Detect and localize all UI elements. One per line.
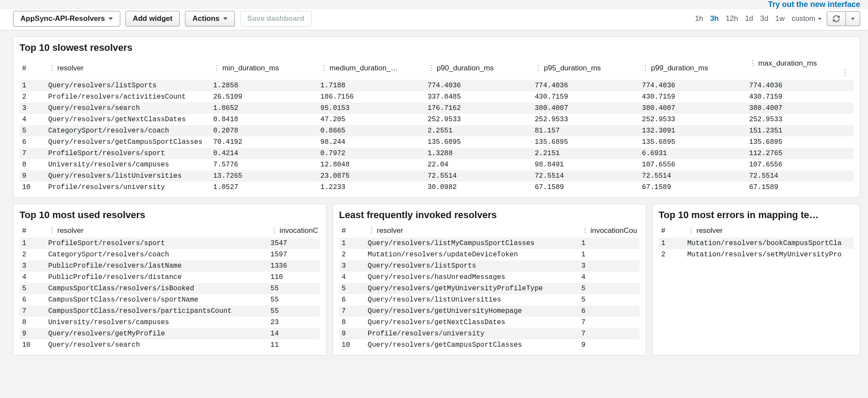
column-header[interactable]: ⋮p90_duration_ms: [425, 57, 532, 80]
table-row[interactable]: 3Query/resolvers/listSports3: [339, 260, 640, 272]
column-header[interactable]: ⋮min_duration_ms: [211, 57, 318, 80]
table-row[interactable]: 5CategorySport/resolvers/coach0.20780.86…: [20, 125, 854, 136]
table-row[interactable]: 9Query/resolvers/listUniversities13.7265…: [20, 170, 854, 182]
table-row[interactable]: 10Query/resolvers/search11: [20, 339, 320, 351]
column-header[interactable]: ⋮resolver: [365, 224, 579, 238]
table-row[interactable]: 3Query/resolvers/search1.865295.0153176.…: [20, 103, 854, 114]
table-row[interactable]: 2CategorySport/resolvers/coach1597: [20, 249, 320, 260]
table-row[interactable]: 6Query/resolvers/getCampusSportClasses70…: [20, 136, 854, 148]
refresh-button[interactable]: [827, 11, 846, 26]
table-row[interactable]: 1Query/resolvers/listSports1.28581.71887…: [20, 80, 854, 91]
table-cell: 7: [20, 305, 46, 317]
table-row[interactable]: 1Mutation/resolvers/bookCampusSportCla: [659, 238, 854, 249]
column-header[interactable]: ⋮invocationC: [268, 224, 320, 238]
column-header[interactable]: #: [659, 224, 685, 238]
time-range-3d[interactable]: 3d: [760, 14, 769, 23]
table-row[interactable]: 3PublicProfile/resolvers/lastName1336: [20, 260, 320, 272]
table-cell: 7.5776: [211, 159, 318, 170]
dashboard-selector[interactable]: AppSync-API-Resolvers: [13, 11, 120, 27]
table-cell: Query/resolvers/listUniversities: [46, 170, 211, 182]
table-cell: Query/resolvers/getNextClassDates: [46, 114, 211, 125]
table-row[interactable]: 1Query/resolvers/listMyCampusSportClasse…: [339, 238, 640, 249]
table-row[interactable]: 6Query/resolvers/listUniversities5: [339, 294, 640, 305]
column-grip-icon: ⋮: [320, 63, 328, 73]
table-cell: 10: [339, 339, 365, 351]
table-row[interactable]: 1ProfileSport/resolvers/sport3547: [20, 238, 320, 249]
table-row[interactable]: 4PublicProfile/resolvers/distance110: [20, 272, 320, 283]
table-row[interactable]: 9Profile/resolvers/university7: [339, 328, 640, 339]
table-row[interactable]: 6CampusSportClass/resolvers/sportName55: [20, 294, 320, 305]
table-cell: 12.8048: [318, 159, 425, 170]
time-range-custom[interactable]: custom: [792, 14, 822, 23]
try-new-interface-link[interactable]: Try out the new interface: [0, 0, 868, 9]
column-header[interactable]: ⋮p95_duration_ms: [532, 57, 639, 80]
table-row[interactable]: 2Mutation/resolvers/setMyUniversityPro: [659, 249, 854, 260]
table-cell: 7: [579, 317, 640, 328]
table-cell: 9: [579, 339, 640, 351]
table-row[interactable]: 8Query/resolvers/getNextClassDates7: [339, 317, 640, 328]
column-header[interactable]: ⋮max_duration_ms⋮: [746, 57, 854, 80]
table-cell: 55: [268, 283, 320, 294]
column-label: resolver: [696, 226, 723, 235]
table-row[interactable]: 7ProfileSport/resolvers/sport0.42140.797…: [20, 148, 854, 159]
column-grip-icon: ⋮: [48, 63, 56, 73]
table-row[interactable]: 5CampusSportClass/resolvers/isBooked55: [20, 283, 320, 294]
table-row[interactable]: 5Query/resolvers/getMyUniversityProfileT…: [339, 283, 640, 294]
time-range-3h[interactable]: 3h: [710, 14, 719, 23]
table-cell: 2.2151: [532, 148, 639, 159]
table-cell: University/resolvers/campuses: [46, 159, 211, 170]
table-cell: 72.5514: [639, 170, 746, 182]
add-widget-button[interactable]: Add widget: [125, 11, 180, 27]
table-cell: 6.6931: [639, 148, 746, 159]
table-row[interactable]: 8University/resolvers/campuses7.577612.8…: [20, 159, 854, 170]
column-header[interactable]: #: [20, 57, 46, 80]
table-cell: 8: [339, 317, 365, 328]
table-row[interactable]: 10Query/resolvers/getCampusSportClasses9: [339, 339, 640, 351]
table-cell: 337.8485: [425, 91, 532, 103]
column-label: max_duration_ms: [758, 59, 817, 68]
table-cell: 6: [579, 305, 640, 317]
table-cell: 380.4007: [532, 103, 639, 114]
table-row[interactable]: 10Profile/resolvers/university1.05271.22…: [20, 182, 854, 193]
column-header[interactable]: ⋮resolver: [46, 224, 268, 238]
column-header[interactable]: ⋮p99_duration_ms: [639, 57, 746, 80]
table-cell: 67.1589: [639, 182, 746, 193]
time-range-1h[interactable]: 1h: [695, 14, 703, 23]
table-row[interactable]: 4Query/resolvers/hasUnreadMessages4: [339, 272, 640, 283]
table-row[interactable]: 8University/resolvers/campuses23: [20, 317, 320, 328]
column-header[interactable]: ⋮medium_duration_…: [318, 57, 425, 80]
table-cell: 176.7162: [425, 103, 532, 114]
table-menu-icon[interactable]: ⋮: [839, 68, 851, 77]
table-row[interactable]: 7Query/resolvers/getUniversityHomepage6: [339, 305, 640, 317]
time-range-12h[interactable]: 12h: [726, 14, 738, 23]
time-range-1d[interactable]: 1d: [745, 14, 753, 23]
column-header[interactable]: #: [339, 224, 365, 238]
widget-title: Top 10 most errors in mapping te…: [659, 209, 854, 221]
widget-least-invoked: Least frequently invoked resolvers #⋮res…: [333, 204, 646, 355]
time-range-1w[interactable]: 1w: [775, 14, 785, 23]
table-cell: 1: [579, 249, 640, 260]
refresh-icon: [832, 15, 840, 23]
table-cell: 2: [659, 249, 685, 260]
table-row[interactable]: 7CampusSportClass/resolvers/participants…: [20, 305, 320, 317]
save-dashboard-button: Save dashboard: [240, 11, 312, 27]
column-header[interactable]: ⋮resolver: [46, 57, 211, 80]
table-cell: Mutation/resolvers/setMyUniversityPro: [685, 249, 854, 260]
table-row[interactable]: 2Mutation/resolvers/updateDeviceToken1: [339, 249, 640, 260]
table-cell: 135.6895: [746, 136, 854, 148]
table-cell: 5: [579, 294, 640, 305]
actions-button[interactable]: Actions: [185, 11, 234, 27]
column-header[interactable]: ⋮invocationCou: [579, 224, 640, 238]
refresh-options-button[interactable]: [846, 11, 860, 26]
table-cell: 47.205: [318, 114, 425, 125]
widget-title: Top 10 slowest resolvers: [20, 42, 854, 53]
table-row[interactable]: 4Query/resolvers/getNextClassDates0.8418…: [20, 114, 854, 125]
chevron-down-icon: [109, 17, 113, 20]
column-header[interactable]: #: [20, 224, 46, 238]
chevron-down-icon: [851, 18, 855, 20]
table-cell: 1.8652: [211, 103, 318, 114]
table-row[interactable]: 9Query/resolvers/getMyProfile14: [20, 328, 320, 339]
slowest-table: #⋮resolver⋮min_duration_ms⋮medium_durati…: [20, 57, 854, 193]
table-row[interactable]: 2Profile/resolvers/activitiesCount26.510…: [20, 91, 854, 103]
column-header[interactable]: ⋮resolver: [685, 224, 854, 238]
